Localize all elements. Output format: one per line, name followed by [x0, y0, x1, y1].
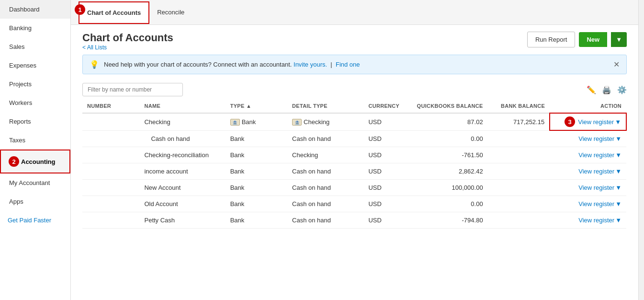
info-banner-content: 💡 Need help with your chart of accounts?… [90, 60, 360, 69]
table-row: Petty Cash Bank Cash on hand USD -794.80… [82, 212, 626, 229]
cell-name: New Account [139, 180, 225, 196]
page-header: Chart of Accounts All Lists Run Report N… [71, 25, 638, 55]
cell-detail-type: Cash on hand [287, 163, 363, 180]
view-register-arrow[interactable]: ▼ [615, 118, 621, 126]
cell-name: Cash on hand [139, 130, 225, 147]
sidebar-item-reports[interactable]: Reports [0, 112, 70, 131]
cell-detail-type: Cash on hand [287, 130, 363, 147]
view-register-arrow[interactable]: ▼ [615, 200, 621, 208]
sidebar-item-sales[interactable]: Sales [0, 37, 70, 56]
cell-name: income account [139, 163, 225, 180]
col-type[interactable]: TYPE ▲ [226, 99, 287, 113]
tab-reconcile[interactable]: Reconcile [149, 2, 192, 24]
sidebar-item-my-accountant[interactable]: My Accountant [0, 173, 70, 192]
breadcrumb[interactable]: All Lists [82, 44, 173, 51]
view-register-button[interactable]: View register [578, 151, 614, 159]
cell-detail-type: Cash on hand [287, 180, 363, 196]
page-title-area: Chart of Accounts All Lists [82, 32, 173, 51]
sidebar-link-get-paid[interactable]: Get Paid Faster [0, 211, 70, 230]
sidebar-item-expenses[interactable]: Expenses [0, 56, 70, 75]
cell-number [82, 180, 139, 196]
view-register-button[interactable]: View register [578, 200, 614, 208]
cell-type: Bank [226, 147, 287, 163]
cell-qb-balance: 2,862.42 [411, 163, 487, 180]
view-register-arrow[interactable]: ▼ [615, 135, 621, 142]
cell-action: View register ▼ [550, 163, 626, 180]
col-action: ACTION [550, 99, 626, 113]
col-currency: CURRENCY [363, 99, 411, 113]
col-detail-type: DETAIL TYPE [287, 99, 363, 113]
cell-type: Bank [226, 130, 287, 147]
view-register-arrow[interactable]: ▼ [615, 184, 621, 191]
sidebar-item-accounting[interactable]: 2Accounting [0, 150, 70, 173]
sidebar-item-projects[interactable]: Projects [0, 75, 70, 93]
col-number: NUMBER [82, 99, 139, 113]
checking-detail-icon: 🏦 Checking [292, 118, 329, 126]
sidebar-item-workers[interactable]: Workers [0, 93, 70, 112]
table-row: Old Account Bank Cash on hand USD 0.00 V… [82, 196, 626, 212]
accounts-table: NUMBER NAME TYPE ▲ DETAIL TYPE CURRENCY … [82, 99, 627, 229]
annotation-badge-3: 3 [565, 116, 575, 127]
toolbar-icons: ✏️ 🖨️ ⚙️ [587, 85, 627, 94]
cell-detail-type: 🏦 Checking [287, 113, 363, 130]
cell-action: View register ▼ [550, 212, 626, 229]
find-one-link[interactable]: Find one [336, 61, 360, 68]
cell-currency: USD [363, 180, 411, 196]
table-row: Cash on hand Bank Cash on hand USD 0.00 … [82, 130, 626, 147]
edit-icon[interactable]: ✏️ [587, 85, 596, 94]
view-register-cell: View register ▼ [554, 168, 621, 175]
cell-bank-balance: 717,252.15 [488, 113, 550, 130]
cell-currency: USD [363, 212, 411, 229]
cell-type: Bank [226, 163, 287, 180]
view-register-arrow[interactable]: ▼ [615, 168, 621, 175]
tab-chart-of-accounts[interactable]: 1 Chart of Accounts [79, 1, 149, 24]
sidebar-item-banking[interactable]: Banking [0, 19, 70, 37]
table-row: Checking-reconciliation Bank Checking US… [82, 147, 626, 163]
cell-bank-balance [488, 180, 550, 196]
view-register-button[interactable]: View register [578, 135, 614, 142]
print-icon[interactable]: 🖨️ [602, 85, 611, 94]
invite-yours-link[interactable]: Invite yours. [294, 61, 327, 68]
view-register-button[interactable]: View register [578, 184, 614, 191]
header-actions: Run Report New ▼ [527, 32, 627, 47]
cell-action: View register ▼ [550, 130, 626, 147]
settings-icon[interactable]: ⚙️ [617, 85, 627, 94]
table-row: New Account Bank Cash on hand USD 100,00… [82, 180, 626, 196]
cell-number [82, 130, 139, 147]
filter-input[interactable] [82, 83, 183, 96]
cell-type: Bank [226, 180, 287, 196]
accounts-table-container: NUMBER NAME TYPE ▲ DETAIL TYPE CURRENCY … [71, 99, 638, 300]
cell-currency: USD [363, 196, 411, 212]
cell-currency: USD [363, 130, 411, 147]
run-report-button[interactable]: Run Report [527, 32, 575, 47]
cell-name: Petty Cash [139, 212, 225, 229]
view-register-button[interactable]: View register [578, 168, 614, 175]
sidebar-item-apps[interactable]: Apps [0, 192, 70, 211]
view-register-cell: View register ▼ [554, 151, 621, 159]
view-register-arrow[interactable]: ▼ [615, 217, 621, 224]
scrollbar[interactable] [638, 0, 644, 300]
lightbulb-icon: 💡 [90, 60, 99, 69]
cell-name: Old Account [139, 196, 225, 212]
cell-action: View register ▼ [550, 147, 626, 163]
cell-type: Bank [226, 212, 287, 229]
sidebar-item-dashboard[interactable]: Dashboard [0, 0, 70, 19]
cell-action: View register ▼ [550, 196, 626, 212]
cell-number [82, 163, 139, 180]
banner-close-button[interactable]: ✕ [613, 60, 620, 69]
view-register-cell: 3 View register ▼ [555, 116, 621, 127]
view-register-button[interactable]: View register [578, 217, 614, 224]
cell-currency: USD [363, 113, 411, 130]
view-register-button[interactable]: View register [578, 118, 614, 126]
col-name: NAME [139, 99, 225, 113]
sidebar-item-taxes[interactable]: Taxes [0, 131, 70, 150]
cell-bank-balance [488, 130, 550, 147]
view-register-cell: View register ▼ [554, 217, 621, 224]
new-dropdown-button[interactable]: ▼ [611, 32, 627, 47]
cell-number [82, 196, 139, 212]
view-register-cell: View register ▼ [554, 200, 621, 208]
new-button[interactable]: New [579, 32, 607, 47]
cell-bank-balance [488, 212, 550, 229]
view-register-arrow[interactable]: ▼ [615, 151, 621, 159]
annotation-badge-2: 2 [9, 156, 19, 167]
